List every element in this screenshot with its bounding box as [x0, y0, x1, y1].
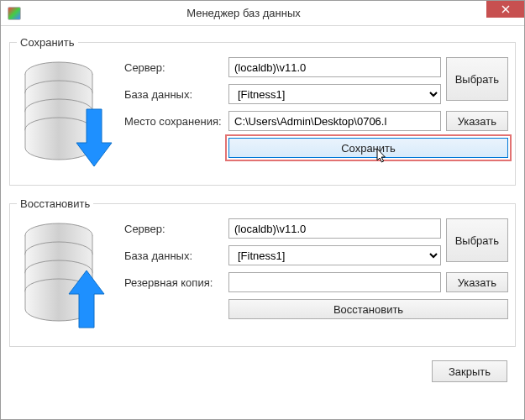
restore-db-icon [17, 218, 118, 338]
save-path-input[interactable] [228, 111, 441, 131]
restore-button[interactable]: Восстановить [228, 299, 508, 319]
save-path-button[interactable]: Указать [446, 111, 508, 131]
restore-backup-button[interactable]: Указать [446, 272, 508, 292]
window: Менеджер баз данных Сохранить [0, 0, 525, 420]
close-icon [501, 5, 510, 13]
client-area: Сохранить [1, 26, 524, 419]
close-dialog-button[interactable]: Закрыть [432, 360, 507, 382]
restore-choose-server-button[interactable]: Выбрать [446, 218, 508, 262]
save-db-label: База данных: [124, 88, 223, 101]
save-group: Сохранить [9, 36, 516, 186]
restore-backup-input[interactable] [228, 272, 441, 292]
save-button[interactable]: Сохранить [228, 138, 508, 158]
restore-group: Восстановить [9, 197, 516, 347]
restore-db-select[interactable]: [Fitness1] [228, 245, 441, 265]
save-choose-server-button[interactable]: Выбрать [446, 57, 508, 101]
save-path-label: Место сохранения: [124, 115, 223, 128]
save-db-icon [17, 57, 118, 176]
save-button-label: Сохранить [341, 142, 396, 155]
save-legend: Сохранить [17, 36, 78, 49]
titlebar: Менеджер баз данных [1, 1, 524, 26]
footer: Закрыть [9, 355, 516, 382]
restore-server-label: Сервер: [124, 223, 223, 235]
window-title: Менеджер баз данных [1, 7, 486, 19]
restore-legend: Восстановить [17, 197, 93, 210]
restore-server-input[interactable] [228, 218, 441, 239]
save-server-input[interactable] [228, 57, 441, 77]
restore-backup-label: Резервная копия: [124, 276, 223, 289]
save-server-label: Сервер: [124, 61, 223, 74]
restore-db-label: База данных: [124, 249, 223, 262]
save-db-select[interactable]: [Fitness1] [228, 84, 441, 104]
close-button[interactable] [486, 1, 524, 18]
